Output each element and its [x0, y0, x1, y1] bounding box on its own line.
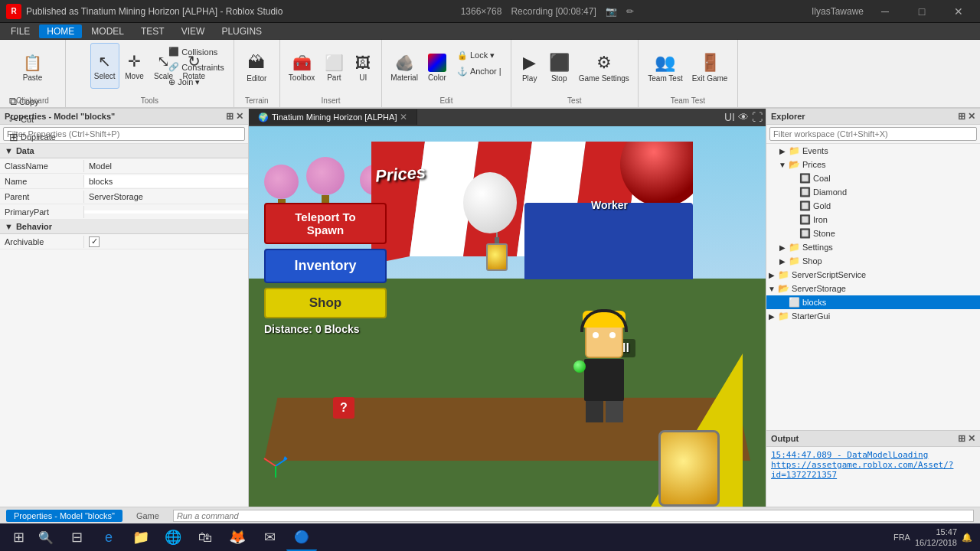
tree-item-serverscriptservice[interactable]: ▶ 📁 ServerScriptService [766, 268, 980, 282]
ui-toggle-label[interactable]: UI [724, 111, 735, 123]
taskbar-app-explorer[interactable]: 📁 [126, 523, 156, 551]
part-button[interactable]: ⬜ Part [320, 43, 348, 93]
tree-item-coal[interactable]: 🔲 Coal [766, 171, 980, 185]
bottom-tab-game[interactable]: Game [129, 510, 167, 522]
tree-item-blocks[interactable]: ⬜ blocks [766, 295, 980, 309]
taskbar-app-roblox[interactable]: 🔵 [286, 523, 317, 551]
game-scene: Prices Teleport To Spawn Inventory Shop … [249, 126, 766, 507]
prices-arrow-icon[interactable]: ▼ [777, 161, 788, 169]
material-icon: 🪨 [395, 54, 414, 72]
tree-item-events[interactable]: ▶ 📁 Events [766, 144, 980, 158]
team-test-button[interactable]: 👥 Team Test [644, 43, 686, 93]
menu-plugins[interactable]: PLUGINS [214, 24, 270, 38]
taskbar-notification-icon[interactable]: 🔔 [962, 533, 972, 543]
exit-game-button[interactable]: 🚪 Exit Game [688, 43, 732, 93]
ui-button[interactable]: 🖼 UI [349, 43, 377, 93]
explorer-filter-input[interactable] [769, 127, 977, 141]
output-link-1[interactable]: 15:44:47.089 - DataModelLoading https://… [771, 450, 953, 480]
viewport-earth-icon: 🌍 [258, 112, 269, 122]
svg-rect-8 [524, 203, 693, 279]
explorer-panel-header: Explorer ⊞ ✕ [766, 109, 980, 125]
anchor-button[interactable]: ⚓ Anchor | [452, 64, 506, 79]
cut-button[interactable]: ✂ Cut [5, 111, 60, 128]
close-button[interactable]: ✕ [943, 0, 974, 23]
play-button[interactable]: ▶ Play [516, 43, 544, 93]
taskbar-app-store[interactable]: 🛍 [190, 523, 220, 551]
taskbar-app-mail[interactable]: ✉ [254, 523, 285, 551]
viewport-tab-close-icon[interactable]: ✕ [400, 112, 407, 122]
menu-home[interactable]: HOME [39, 24, 82, 38]
duplicate-button[interactable]: ⊞ Duplicate [5, 129, 60, 145]
prop-archivable-row: Archivable ✓ [0, 234, 248, 249]
output-expand-icon[interactable]: ⊞ [958, 433, 965, 444]
bottom-tab-properties[interactable]: Properties - Model "blocks" [6, 510, 122, 522]
data-section-header[interactable]: ▼ Data [0, 144, 248, 158]
move-button[interactable]: ✛ Move [121, 43, 149, 89]
tree-item-iron[interactable]: 🔲 Iron [766, 213, 980, 227]
explorer-close-icon[interactable]: ✕ [968, 111, 975, 122]
panel-close-icon[interactable]: ✕ [236, 111, 243, 122]
ss-arrow-icon[interactable]: ▼ [766, 285, 777, 293]
panel-expand-icon[interactable]: ⊞ [226, 111, 234, 122]
tree-item-stone[interactable]: 🔲 Stone [766, 227, 980, 240]
prop-archivable-value[interactable]: ✓ [84, 235, 248, 249]
taskbar-app-firefox[interactable]: 🦊 [222, 523, 253, 551]
sg-arrow-icon[interactable]: ▶ [766, 312, 777, 321]
start-button[interactable]: ⊞ [3, 523, 34, 551]
maximize-button[interactable]: □ [906, 0, 937, 23]
tree-item-settings[interactable]: ▶ 📁 Settings [766, 240, 980, 254]
inventory-button[interactable]: Inventory [264, 249, 387, 283]
prop-name-value[interactable]: blocks [84, 175, 248, 187]
explorer-expand-icon[interactable]: ⊞ [958, 111, 965, 122]
output-header-buttons: ⊞ ✕ [958, 433, 975, 444]
teleport-button[interactable]: Teleport To Spawn [264, 203, 387, 244]
eye-icon[interactable]: 👁 [738, 111, 749, 123]
toolbox-button[interactable]: 🧰 Toolbox [285, 43, 318, 93]
events-arrow-icon[interactable]: ▶ [777, 147, 788, 155]
move-icon: ✛ [128, 52, 141, 70]
fullscreen-icon[interactable]: ⛶ [752, 111, 763, 123]
terrain-label: Terrain [234, 96, 279, 105]
shop-arrow-icon[interactable]: ▶ [777, 257, 788, 266]
editor-button[interactable]: 🏔 Editor [240, 43, 273, 93]
diamond-label: Diamond [813, 187, 847, 197]
constraints-button[interactable]: 🔗 Constraints [164, 60, 229, 74]
ss-label: ServerStorage [792, 284, 846, 293]
tree-item-diamond[interactable]: 🔲 Diamond [766, 185, 980, 199]
prop-primarypart-value[interactable] [84, 210, 248, 214]
tree-item-startergui[interactable]: ▶ 📁 StarterGui [766, 309, 980, 323]
paste-button[interactable]: 📋 Paste [11, 43, 54, 93]
minimize-button[interactable]: ─ [870, 0, 900, 23]
menu-file[interactable]: FILE [3, 24, 38, 38]
viewport-tab-main[interactable]: 🌍 Tinatium Mining Horizon [ALPHA] ✕ [249, 109, 417, 125]
collisions-button[interactable]: ⬛ Collisions [164, 44, 229, 59]
taskbar-app-chrome[interactable]: 🌐 [158, 523, 188, 551]
stop-button[interactable]: ⬛ Stop [545, 43, 573, 93]
taskbar-app-taskview[interactable]: ⊟ [61, 523, 92, 551]
menu-test[interactable]: TEST [133, 24, 172, 38]
distance-label: Distance: 0 Blocks [264, 323, 387, 335]
tree-item-gold[interactable]: 🔲 Gold [766, 199, 980, 213]
sss-arrow-icon[interactable]: ▶ [766, 271, 777, 279]
join-button[interactable]: ⊕ Join ▾ [164, 75, 229, 90]
behavior-section-header[interactable]: ▼ Behavior [0, 220, 248, 234]
tree-item-serverstorage[interactable]: ▼ 📂 ServerStorage [766, 282, 980, 295]
tree-item-prices[interactable]: ▼ 📂 Prices [766, 158, 980, 171]
tools-group: ↖ Select ✛ Move ⤡ Scale ↻ Rotate ⬛ Colli… [66, 40, 234, 107]
output-close-icon[interactable]: ✕ [968, 433, 975, 444]
menu-model[interactable]: MODEL [83, 24, 132, 38]
shop-button[interactable]: Shop [264, 288, 387, 318]
command-input[interactable] [173, 510, 974, 522]
archivable-checkbox[interactable]: ✓ [89, 236, 100, 247]
select-button[interactable]: ↖ Select [90, 43, 119, 89]
settings-arrow-icon[interactable]: ▶ [777, 243, 788, 252]
lock-button[interactable]: 🔒 Lock ▾ [452, 48, 506, 63]
taskbar-app-edge[interactable]: e [93, 523, 124, 551]
question-button[interactable]: ? [333, 397, 354, 419]
color-button[interactable]: Color [423, 43, 451, 93]
taskbar-search-button[interactable]: 🔍 [34, 523, 58, 551]
material-button[interactable]: 🪨 Material [387, 43, 422, 93]
tree-item-shop[interactable]: ▶ 📁 Shop [766, 254, 980, 268]
game-settings-button[interactable]: ⚙ Game Settings [575, 43, 633, 93]
menu-view[interactable]: VIEW [174, 24, 213, 38]
